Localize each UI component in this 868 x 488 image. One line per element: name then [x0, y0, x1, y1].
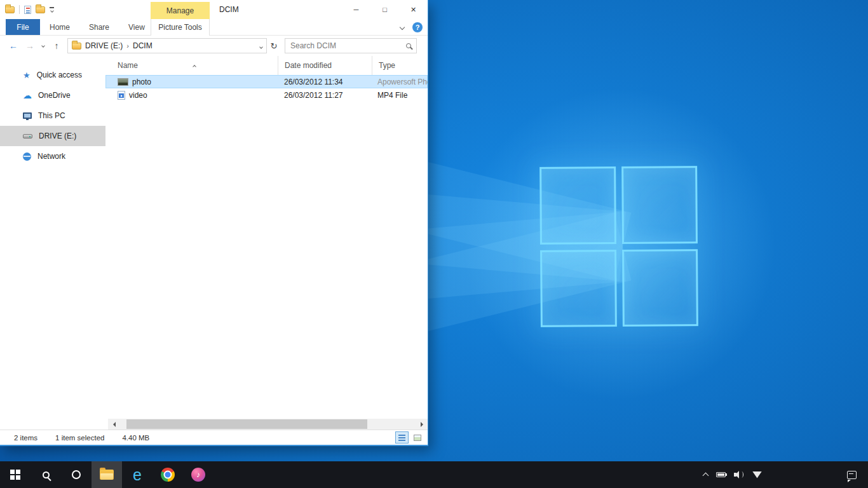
file-name-cell: video: [113, 91, 278, 100]
tab-home[interactable]: Home: [40, 19, 79, 35]
quick-access-toolbar: [5, 0, 54, 19]
search-icon: [43, 471, 50, 478]
windows-logo-pane: [539, 166, 616, 244]
window-controls: ─ □ ✕: [342, 0, 428, 19]
action-center-icon[interactable]: [847, 471, 857, 479]
explorer-main: ★ Quick access ☁ OneDrive This PC DRIVE …: [0, 56, 428, 430]
sidebar-item-label: Quick access: [37, 71, 82, 79]
usb-drive-icon: [23, 134, 32, 139]
tab-picture-tools[interactable]: Picture Tools: [151, 19, 210, 36]
network-globe-icon: [23, 152, 31, 161]
sidebar-item-label: This PC: [38, 111, 65, 120]
status-bar: 2 items 1 item selected 4.40 MB: [0, 430, 428, 445]
internet-explorer-icon: e: [133, 467, 142, 483]
file-list-pane: Name Date modified Type photo 26/03/2012…: [105, 56, 428, 430]
file-date: 26/03/2012 11:34: [278, 78, 372, 86]
file-type: Apowersoft Pho: [372, 78, 428, 86]
items-count: 2 items: [14, 434, 37, 442]
details-view-button[interactable]: [395, 431, 409, 444]
breadcrumb-current[interactable]: DCIM: [133, 41, 153, 50]
ribbon-tab-row: File Home Share View Picture Tools ?: [0, 19, 428, 36]
photo-thumbnail-icon: [118, 78, 128, 86]
address-dropdown-icon[interactable]: [260, 41, 262, 50]
address-folder-icon: [72, 43, 81, 50]
itunes-icon: ♪: [191, 468, 205, 482]
horizontal-scrollbar[interactable]: [108, 419, 428, 430]
file-type: MP4 File: [372, 91, 428, 100]
internet-explorer-button[interactable]: e: [122, 461, 153, 488]
volume-icon[interactable]: [734, 471, 744, 478]
address-bar[interactable]: DRIVE (E:) › DCIM: [67, 38, 267, 53]
close-button[interactable]: ✕: [399, 0, 428, 19]
hidden-icons-chevron-icon[interactable]: [703, 473, 709, 479]
windows-logo-pane: [621, 166, 698, 243]
tray-spacer: [770, 475, 839, 475]
customize-qat-icon[interactable]: [50, 7, 54, 12]
start-button[interactable]: [0, 461, 31, 488]
search-input[interactable]: [290, 41, 406, 50]
view-toggle-buttons: [395, 431, 424, 444]
minimize-button[interactable]: ─: [342, 0, 370, 19]
sidebar-item-this-pc[interactable]: This PC: [0, 105, 105, 126]
expand-ribbon-icon[interactable]: [400, 25, 405, 30]
search-box[interactable]: [285, 38, 417, 53]
scrollbar-track[interactable]: [119, 419, 417, 430]
file-date: 26/03/2012 11:27: [278, 91, 372, 100]
new-folder-icon[interactable]: [36, 6, 45, 13]
navigation-pane: ★ Quick access ☁ OneDrive This PC DRIVE …: [0, 56, 105, 430]
quick-access-star-icon: ★: [23, 71, 31, 79]
column-headers: Name Date modified Type: [105, 56, 428, 75]
properties-icon[interactable]: [24, 6, 31, 14]
selection-size: 4.40 MB: [122, 434, 149, 442]
scroll-right-icon[interactable]: [417, 422, 428, 427]
titlebar[interactable]: Manage DCIM ─ □ ✕: [0, 0, 428, 19]
this-pc-monitor-icon: [23, 112, 32, 119]
sort-ascending-icon[interactable]: [193, 59, 196, 71]
windows-start-icon: [10, 470, 20, 480]
details-view-icon: [398, 435, 405, 441]
network-wifi-icon[interactable]: [752, 471, 762, 478]
taskbar-search-button[interactable]: [31, 461, 61, 488]
taskbar-file-explorer-button[interactable]: [92, 461, 122, 488]
file-row-photo[interactable]: photo 26/03/2012 11:34 Apowersoft Pho: [105, 75, 428, 88]
column-header-date-modified[interactable]: Date modified: [278, 56, 372, 75]
onedrive-cloud-icon: ☁: [23, 91, 32, 100]
scroll-left-icon[interactable]: [108, 422, 119, 427]
file-name: video: [129, 91, 147, 100]
recent-locations-icon[interactable]: [38, 44, 48, 47]
scrollbar-thumb[interactable]: [126, 419, 367, 429]
tab-view[interactable]: View: [119, 19, 154, 35]
file-row-video[interactable]: video 26/03/2012 11:27 MP4 File: [105, 88, 428, 102]
breadcrumb-root[interactable]: DRIVE (E:): [85, 41, 123, 50]
cortana-icon: [72, 470, 81, 479]
cortana-button[interactable]: [61, 461, 92, 488]
chrome-button[interactable]: [153, 461, 183, 488]
search-icon[interactable]: [406, 43, 411, 48]
manage-contextual-label[interactable]: Manage: [151, 2, 210, 19]
battery-icon[interactable]: [716, 472, 726, 477]
mp4-file-icon: [118, 91, 125, 100]
tab-share[interactable]: Share: [79, 19, 119, 35]
thumbnails-view-button[interactable]: [410, 431, 424, 444]
window-title: DCIM: [219, 0, 239, 19]
sidebar-item-network[interactable]: Network: [0, 146, 105, 166]
sidebar-item-quick-access[interactable]: ★ Quick access: [0, 65, 105, 85]
maximize-button[interactable]: □: [370, 0, 399, 19]
up-button[interactable]: ↑: [48, 41, 65, 51]
explorer-app-icon: [5, 6, 15, 13]
sidebar-item-onedrive[interactable]: ☁ OneDrive: [0, 85, 105, 105]
sidebar-item-drive-e[interactable]: DRIVE (E:): [0, 126, 105, 146]
taskbar: e ♪: [0, 461, 868, 488]
column-header-type[interactable]: Type: [372, 56, 428, 75]
thumbnails-view-icon: [414, 435, 421, 441]
qat-separator: [19, 5, 20, 14]
sidebar-item-label: OneDrive: [38, 91, 71, 100]
back-button[interactable]: ←: [5, 41, 22, 51]
windows-logo: [539, 166, 698, 327]
forward-button[interactable]: →: [22, 41, 38, 51]
tab-file[interactable]: File: [6, 19, 40, 35]
windows-logo-pane: [540, 250, 616, 327]
help-icon[interactable]: ?: [412, 22, 423, 32]
itunes-button[interactable]: ♪: [183, 461, 214, 488]
refresh-button[interactable]: ↻: [267, 41, 281, 51]
